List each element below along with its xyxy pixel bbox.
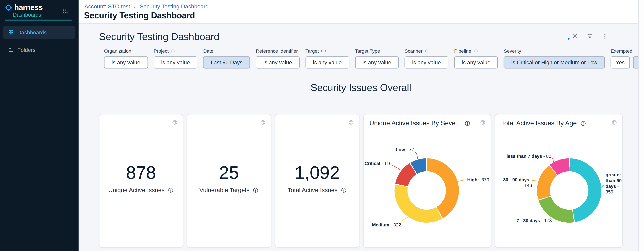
harness-logo[interactable]: harness [4, 3, 42, 12]
filter-label: Pipeline [454, 48, 471, 53]
filter-value-scanner[interactable]: is any value [405, 56, 448, 68]
filter-value-pipeline[interactable]: is any value [454, 56, 498, 68]
stat-value: 25 [187, 164, 271, 182]
filter-label: Target [306, 48, 319, 53]
filter-pipeline: Pipeline is any value [454, 48, 498, 69]
link-icon [473, 48, 478, 53]
sidebar: harness Dashboards Dashboards Folders [0, 0, 78, 251]
filter-label: Scanner [405, 48, 422, 53]
globe-icon[interactable] [480, 119, 486, 125]
filter-target: Target is any value [306, 48, 349, 69]
link-icon [321, 48, 326, 53]
harness-logo-icon [4, 3, 12, 11]
breadcrumb-page-link[interactable]: Security Testing Dashboard [140, 3, 208, 9]
dashboards-icon [8, 30, 14, 35]
stat-label: Total Active Issues [288, 187, 338, 194]
exempted-yes-button[interactable]: Yes [611, 56, 630, 68]
stat-label: Unique Active Issues [108, 187, 164, 194]
filter-label: Exempted [611, 48, 632, 53]
filter-bar: Organization is any value Project is any… [104, 48, 622, 69]
filter-value-severity[interactable]: is Critical or High or Medium or Low [504, 56, 605, 68]
chart-title: Total Active Issues By Age [501, 119, 577, 127]
donut-label-30-90-days: 30 - 90 days- 146 [495, 177, 532, 189]
filter-value-target-type[interactable]: is any value [355, 56, 399, 68]
filter-severity: Severity is Critical or High or Medium o… [504, 48, 605, 69]
kebab-menu-icon[interactable] [602, 33, 608, 39]
stat-value: 1,092 [275, 164, 359, 182]
donut-label-medium: Medium- 322 [372, 222, 401, 228]
module-label: Dashboards [13, 12, 41, 18]
filter-project: Project is any value [154, 48, 198, 69]
age-donut-chart[interactable] [537, 158, 601, 223]
filter-value-date[interactable]: Last 90 Days [203, 56, 250, 68]
filter-scanner: Scanner is any value [405, 48, 448, 69]
stat-value: 878 [100, 164, 183, 182]
chart-card-issues-by-age: Total Active Issues By Age less than 7 d… [495, 114, 623, 248]
sidebar-item-label: Dashboards [17, 29, 47, 35]
filter-reference-identifier: Reference Identifier is any value [256, 48, 300, 69]
stat-label: Vulnerable Targets [199, 187, 250, 194]
donut-label-high: High- 370 [467, 177, 489, 183]
filter-icon[interactable] [587, 33, 593, 39]
link-icon [171, 48, 176, 53]
top-header: Account: STO test Security Testing Dashb… [78, 0, 644, 24]
breadcrumb: Account: STO test Security Testing Dashb… [84, 3, 209, 9]
severity-donut-chart[interactable] [394, 158, 459, 223]
dashboard-content: Security Testing Dashboard Organization … [78, 24, 638, 251]
info-icon[interactable] [340, 187, 347, 193]
link-icon [425, 48, 430, 53]
sidebar-accent-divider [4, 20, 72, 20]
filter-target-type: Target Type is any value [355, 48, 399, 69]
donut-label-less-than-7-days: less than 7 days- 80 [495, 154, 551, 160]
brand-name: harness [14, 3, 42, 12]
stat-card-unique-active-issues: 878 Unique Active Issues [99, 114, 183, 248]
sidebar-item-folders[interactable]: Folders [3, 43, 75, 56]
filter-date: Date Last 90 Days [203, 48, 250, 69]
stat-card-total-active-issues: 1,092 Total Active Issues [275, 114, 360, 248]
info-icon[interactable] [168, 187, 174, 193]
close-icon[interactable] [572, 33, 578, 39]
info-icon[interactable] [252, 187, 259, 193]
sidebar-item-dashboards[interactable]: Dashboards [3, 26, 75, 39]
filter-label: Target Type [355, 48, 380, 53]
donut-label-low: Low- 77 [364, 147, 414, 153]
main-area: Account: STO test Security Testing Dashb… [78, 0, 644, 251]
sidebar-nav: Dashboards Folders [0, 24, 78, 56]
info-icon[interactable] [580, 120, 586, 126]
info-icon[interactable] [464, 120, 470, 126]
dashboard-actions [568, 33, 608, 39]
filter-value-project[interactable]: is any value [154, 56, 198, 68]
chevron-right-icon [133, 4, 137, 9]
filter-value-reference-identifier[interactable]: is any value [256, 56, 300, 68]
filter-organization: Organization is any value [104, 48, 148, 69]
filter-label: Severity [504, 48, 521, 53]
sidebar-item-label: Folders [17, 47, 36, 53]
stat-card-vulnerable-targets: 25 Vulnerable Targets [187, 114, 271, 248]
filter-label: Project [154, 48, 169, 53]
app-window: harness Dashboards Dashboards Folders Ac… [0, 0, 644, 251]
filter-value-organization[interactable]: is any value [104, 56, 148, 68]
page-title: Security Testing Dashboard [84, 10, 195, 20]
cursor-dot [568, 38, 570, 40]
globe-icon[interactable] [260, 119, 266, 125]
chart-card-issues-by-severity: Unique Active Issues By Seve... Low- 77 … [363, 114, 491, 248]
filter-label: Organization [104, 48, 131, 53]
section-title: Security Issues Overall [99, 82, 622, 94]
donut-label-7-30-days: 7 - 30 days- 173 [516, 218, 552, 224]
dashboard-title: Security Testing Dashboard [99, 31, 219, 43]
filter-label: Date [203, 48, 213, 53]
globe-icon[interactable] [172, 119, 178, 125]
filter-value-target[interactable]: is any value [306, 56, 349, 68]
chart-title: Unique Active Issues By Seve... [370, 119, 461, 127]
globe-icon[interactable] [611, 119, 617, 125]
globe-icon[interactable] [348, 119, 354, 125]
filter-label: Reference Identifier [256, 48, 298, 53]
donut-label-greater-than-90-days: greater than 90 days- 359 [606, 172, 624, 195]
app-grid-icon[interactable] [62, 8, 68, 14]
folder-icon [8, 47, 14, 52]
breadcrumb-account-link[interactable]: Account: STO test [84, 3, 130, 9]
vertical-scrollbar[interactable] [638, 0, 644, 251]
donut-label-critical: Critical- 116 [364, 161, 392, 167]
